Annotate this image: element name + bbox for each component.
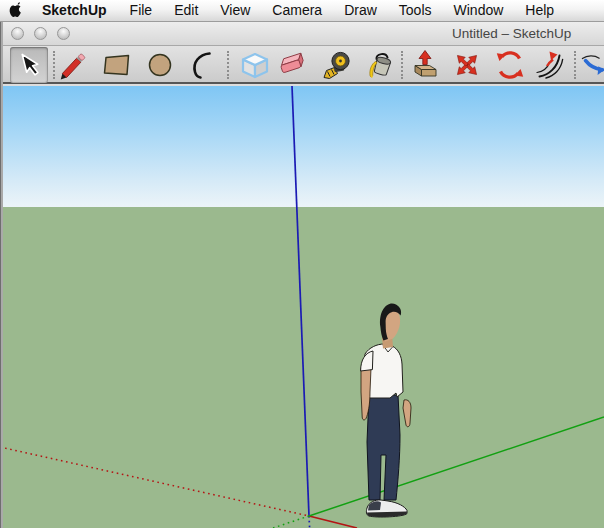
- menu-sketchup[interactable]: SketchUp: [30, 0, 119, 22]
- circle-icon: [145, 50, 175, 80]
- make-component-tool-button[interactable]: [237, 47, 273, 83]
- system-menu-bar: SketchUp File Edit View Camera Draw Tool…: [0, 0, 604, 22]
- toolbar-separator: [574, 51, 576, 79]
- person-figure[interactable]: [352, 297, 416, 521]
- sketchup-window: SketchUp File Edit View Camera Draw Tool…: [0, 0, 604, 528]
- select-arrow-icon: [14, 50, 44, 80]
- push-pull-icon: [410, 50, 440, 80]
- green-axis-dotted: [273, 516, 309, 528]
- blue-axis-line: [292, 86, 309, 516]
- person-sleeve: [361, 351, 373, 371]
- rectangle-tool-button[interactable]: [99, 47, 135, 83]
- rectangle-icon: [102, 50, 132, 80]
- toolbar-separator: [53, 51, 55, 79]
- toolbar-separator: [401, 51, 403, 79]
- select-tool-button[interactable]: [10, 47, 48, 83]
- person-pants: [367, 395, 400, 500]
- menu-file[interactable]: File: [119, 0, 164, 22]
- paint-bucket-icon: [363, 50, 393, 80]
- move-tool-button[interactable]: [449, 47, 485, 83]
- menu-draw[interactable]: Draw: [333, 0, 388, 22]
- minimize-button[interactable]: [34, 27, 47, 40]
- model-viewport[interactable]: [0, 86, 604, 528]
- arc-tool-button[interactable]: [185, 47, 221, 83]
- close-button[interactable]: [11, 27, 24, 40]
- window-left-border: [0, 22, 3, 528]
- pencil-icon: [60, 50, 90, 80]
- toolbar: [0, 46, 604, 84]
- red-axis-dotted: [0, 447, 309, 516]
- tape-measure-icon: [322, 50, 352, 80]
- orbit-tool-button[interactable]: [580, 47, 604, 83]
- move-arrows-icon: [452, 50, 482, 80]
- arc-icon: [188, 50, 218, 80]
- follow-me-tool-button[interactable]: [532, 47, 568, 83]
- blue-axis-dotted: [309, 516, 310, 528]
- menu-edit[interactable]: Edit: [163, 0, 209, 22]
- rotate-tool-button[interactable]: [492, 47, 528, 83]
- window-title: Untitled – SketchUp: [452, 26, 571, 41]
- follow-me-icon: [535, 50, 565, 80]
- menu-help[interactable]: Help: [514, 0, 565, 22]
- push-pull-tool-button[interactable]: [407, 47, 443, 83]
- tape-measure-tool-button[interactable]: [319, 47, 355, 83]
- menu-tools[interactable]: Tools: [388, 0, 443, 22]
- paint-bucket-tool-button[interactable]: [360, 47, 396, 83]
- menu-camera[interactable]: Camera: [261, 0, 333, 22]
- drawing-axes: [0, 86, 604, 528]
- toolbar-separator: [227, 51, 229, 79]
- rotate-arrows-icon: [495, 50, 525, 80]
- menu-view[interactable]: View: [209, 0, 261, 22]
- eraser-icon: [277, 50, 307, 80]
- eraser-tool-button[interactable]: [274, 47, 310, 83]
- apple-logo-icon: [8, 2, 23, 19]
- person-far-hand: [403, 400, 411, 427]
- orbit-icon: [580, 50, 604, 80]
- window-title-bar: Untitled – SketchUp: [0, 22, 604, 46]
- apple-menu[interactable]: [0, 0, 30, 22]
- line-tool-button[interactable]: [57, 47, 93, 83]
- red-axis-line: [309, 516, 357, 528]
- zoom-button[interactable]: [57, 27, 70, 40]
- menu-window[interactable]: Window: [443, 0, 515, 22]
- component-box-icon: [240, 50, 270, 80]
- circle-tool-button[interactable]: [142, 47, 178, 83]
